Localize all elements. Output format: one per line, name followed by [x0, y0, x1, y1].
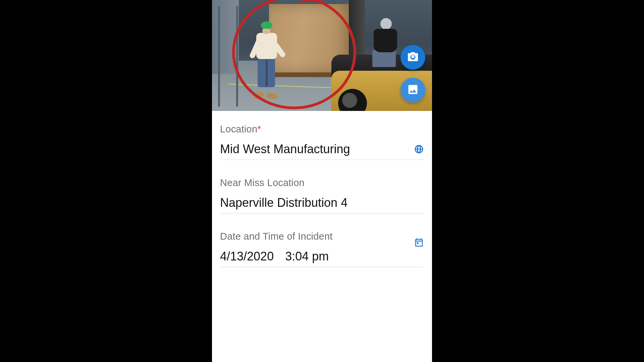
incident-date: 4/13/2020: [220, 249, 274, 263]
incident-time: 3:04 pm: [285, 249, 329, 263]
incident-photo: [212, 0, 432, 111]
annotation-circle: [232, 0, 356, 109]
location-value: Mid West Manufacturing: [220, 142, 350, 156]
image-icon: [407, 83, 419, 97]
datetime-value: 4/13/20203:04 pm: [220, 249, 329, 263]
location-field[interactable]: Location* Mid West Manufacturing: [220, 124, 424, 160]
calendar-icon[interactable]: [414, 237, 424, 247]
globe-icon[interactable]: [414, 144, 424, 154]
datetime-label: Date and Time of Incident: [220, 231, 424, 242]
required-mark: *: [257, 124, 261, 134]
near-miss-location-field[interactable]: Near Miss Location Naperville Distributi…: [220, 177, 424, 214]
take-photo-button[interactable]: [400, 45, 425, 70]
datetime-field[interactable]: Date and Time of Incident 4/13/20203:04 …: [220, 231, 424, 267]
near-miss-location-value: Naperville Distribution 4: [220, 196, 347, 210]
near-miss-location-label: Near Miss Location: [220, 177, 424, 188]
form-area: Location* Mid West Manufacturing Near Mi…: [212, 111, 432, 362]
camera-icon: [407, 51, 419, 64]
incident-form-screen: Location* Mid West Manufacturing Near Mi…: [212, 0, 432, 362]
forklift-driver: [367, 27, 397, 70]
choose-photo-button[interactable]: [400, 78, 425, 103]
location-label: Location*: [220, 124, 424, 135]
